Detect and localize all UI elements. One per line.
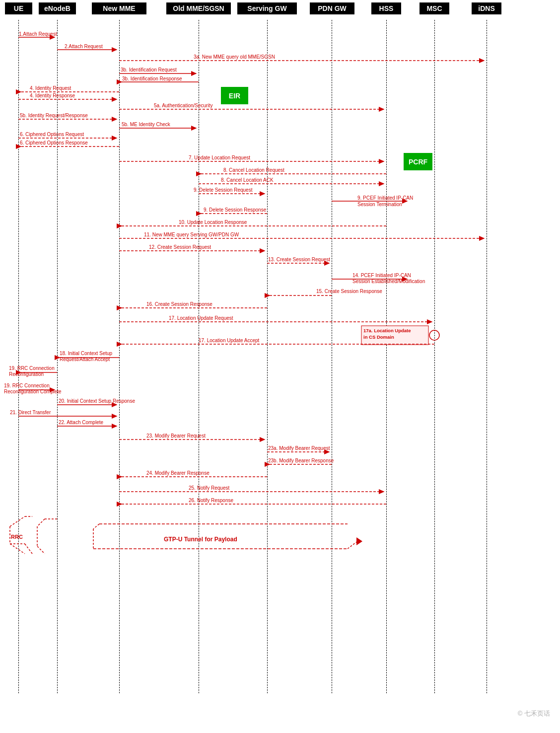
svg-text:RRC: RRC	[11, 534, 23, 540]
svg-text:2.Attach Request: 2.Attach Request	[65, 44, 103, 49]
pcrf-box: PCRF	[404, 153, 432, 170]
svg-line-100	[37, 546, 45, 554]
svg-line-102	[93, 524, 99, 529]
svg-text:9. Delete Session Request: 9. Delete Session Request	[194, 187, 253, 193]
svg-text:25. Notify Request: 25. Notify Request	[189, 485, 229, 491]
eir-box: EIR	[221, 87, 248, 104]
svg-text:24. Modify Bearer Response: 24. Modify Bearer Response	[146, 470, 210, 476]
watermark: © 七禾页话	[518, 709, 550, 718]
svg-text:3b. Identification Request: 3b. Identification Request	[121, 67, 177, 73]
svg-text:6. Ciphered Options Request: 6. Ciphered Options Request	[20, 132, 84, 137]
svg-text:17a. Location Update: 17a. Location Update	[363, 328, 411, 333]
svg-text:1.Attach Request: 1.Attach Request	[19, 31, 57, 37]
svg-text:15. Create Session Response: 15. Create Session Response	[316, 289, 382, 294]
svg-text:21. Direct Transfer: 21. Direct Transfer	[10, 410, 51, 415]
svg-text:20. Initial Context Setup Resp: 20. Initial Context Setup Response	[59, 398, 135, 404]
svg-text:3b. Identification Response: 3b. Identification Response	[122, 76, 182, 81]
svg-text:11. New MME query Serving GW/P: 11. New MME query Serving GW/PDN GW	[144, 232, 239, 237]
svg-text:14. PCEF Initiated IP-CAN: 14. PCEF Initiated IP-CAN	[352, 273, 411, 278]
svg-text:17. Location Update Accept: 17. Location Update Accept	[199, 338, 260, 343]
svg-text:Reconfiguration Complete: Reconfiguration Complete	[4, 389, 62, 394]
svg-text:8. Cancel Location ACK: 8. Cancel Location ACK	[221, 177, 274, 183]
svg-text:23a. Modify Bearer Request: 23a. Modify Bearer Request	[268, 445, 330, 451]
svg-text:8. Cancel Location Request: 8. Cancel Location Request	[223, 167, 284, 173]
svg-line-105	[348, 541, 357, 549]
svg-text:6. Ciphered Options Response: 6. Ciphered Options Response	[20, 140, 88, 146]
svg-text:5b. Identity Request/Response: 5b. Identity Request/Response	[20, 113, 88, 118]
svg-marker-106	[356, 537, 362, 545]
svg-text:17. Location Update Request: 17. Location Update Request	[169, 315, 233, 321]
svg-line-95	[10, 544, 25, 554]
svg-text:22. Attach Complete: 22. Attach Complete	[59, 420, 103, 425]
svg-line-98	[37, 519, 45, 526]
svg-text:in CS Domain: in CS Domain	[363, 334, 394, 340]
svg-text:GTP-U Tunnel for Payload: GTP-U Tunnel for Payload	[164, 536, 237, 543]
svg-text:4. Identity Request: 4. Identity Request	[30, 85, 71, 91]
sequence-diagram: UE eNodeB New MME Old MME/SGSN Serving G…	[0, 0, 560, 733]
svg-line-96	[25, 544, 32, 554]
svg-text:23. Modify Bearer Request: 23. Modify Bearer Request	[146, 433, 206, 439]
svg-text:12. Create Session Request: 12. Create Session Request	[149, 244, 211, 250]
svg-text:10. Update Location Response: 10. Update Location Response	[179, 220, 247, 225]
svg-text:19. RRC Connection: 19. RRC Connection	[9, 366, 55, 371]
svg-text:9. PCEF Initiated IP-CAN: 9. PCEF Initiated IP-CAN	[357, 195, 413, 201]
svg-point-59	[429, 330, 439, 340]
svg-text:Session Termination: Session Termination	[357, 202, 402, 207]
svg-text:Request/Attach Accept: Request/Attach Accept	[60, 357, 110, 362]
arrows-svg: 1.Attach Request 2.Attach Request 3a. Ne…	[0, 0, 560, 733]
svg-text:18. Initial Context Setup: 18. Initial Context Setup	[60, 351, 113, 356]
svg-text:3a. New MME query old MME/SGSN: 3a. New MME query old MME/SGSN	[194, 54, 275, 60]
svg-text:16. Create Session Response: 16. Create Session Response	[146, 301, 212, 307]
svg-text:19. RRC Connection: 19. RRC Connection	[4, 383, 50, 388]
svg-text:7. Update Location Request: 7. Update Location Request	[189, 155, 250, 160]
svg-text:Reconfiguration: Reconfiguration	[9, 371, 44, 377]
svg-text:26. Notify Response: 26. Notify Response	[189, 498, 233, 503]
svg-text:23b. Modify Bearer Response: 23b. Modify Bearer Response	[268, 458, 334, 463]
svg-text:5b. ME Identity Check: 5b. ME Identity Check	[122, 122, 171, 127]
svg-text:13. Create Session Request: 13. Create Session Request	[268, 257, 330, 262]
svg-text:5a. Authentication/Security: 5a. Authentication/Security	[154, 103, 212, 108]
svg-text:9. Delete Session Response: 9. Delete Session Response	[204, 207, 267, 213]
svg-line-89	[10, 516, 25, 526]
svg-text:4. Identity Response: 4. Identity Response	[30, 93, 75, 98]
